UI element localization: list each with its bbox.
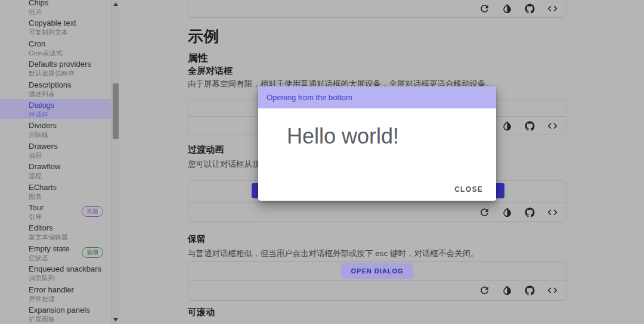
dialog-title: Opening from the bottom xyxy=(267,93,352,102)
dialog-message: Hello world! xyxy=(287,124,399,148)
dialog-header: Opening from the bottom xyxy=(258,86,496,108)
dialog-body: Hello world! xyxy=(258,108,496,178)
dialog-actions: CLOSE xyxy=(258,178,496,201)
close-button[interactable]: CLOSE xyxy=(454,185,483,194)
dialog: Opening from the bottom Hello world! CLO… xyxy=(258,86,496,201)
